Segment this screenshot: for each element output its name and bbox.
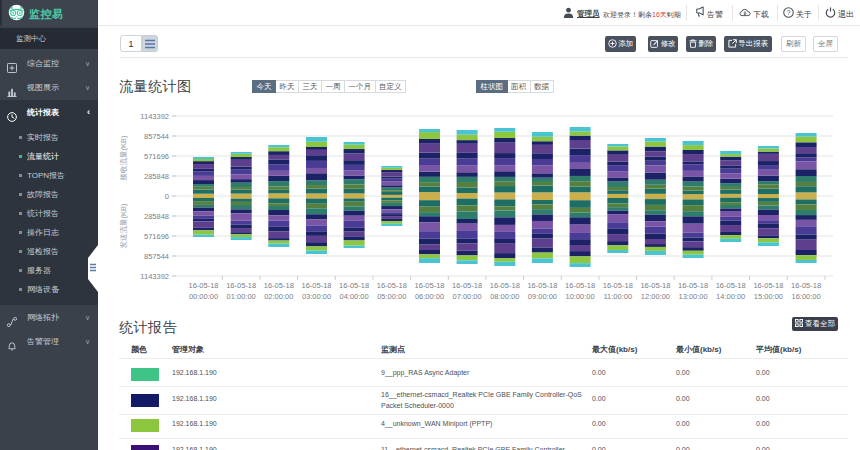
svg-text:00:00:00: 00:00:00 — [189, 292, 218, 301]
svg-text:857544: 857544 — [144, 252, 169, 261]
svg-text:14:00:00: 14:00:00 — [716, 292, 745, 301]
svg-text:16-05-18: 16-05-18 — [527, 281, 557, 290]
svg-text:16-05-18: 16-05-18 — [377, 281, 407, 290]
svg-text:16-05-18: 16-05-18 — [640, 281, 670, 290]
svg-text:16-05-18: 16-05-18 — [414, 281, 444, 290]
svg-text:16-05-18: 16-05-18 — [490, 281, 520, 290]
svg-text:08:00:00: 08:00:00 — [490, 292, 519, 301]
svg-text:16-05-18: 16-05-18 — [791, 281, 821, 290]
svg-text:?: ? — [786, 8, 790, 17]
svg-text:16-05-18: 16-05-18 — [565, 281, 595, 290]
svg-text:04:00:00: 04:00:00 — [339, 292, 368, 301]
svg-text:05:00:00: 05:00:00 — [377, 292, 406, 301]
svg-text:13:00:00: 13:00:00 — [678, 292, 707, 301]
svg-text:发送流量(KB): 发送流量(KB) — [119, 203, 128, 249]
svg-text:571696: 571696 — [144, 152, 169, 161]
svg-text:15:00:00: 15:00:00 — [754, 292, 783, 301]
svg-text:02:00:00: 02:00:00 — [264, 292, 293, 301]
svg-text:1143392: 1143392 — [140, 272, 169, 281]
svg-text:857544: 857544 — [144, 132, 169, 141]
svg-text:11:00:00: 11:00:00 — [603, 292, 632, 301]
svg-text:10:00:00: 10:00:00 — [565, 292, 594, 301]
svg-text:0: 0 — [165, 192, 169, 201]
svg-text:16-05-18: 16-05-18 — [716, 281, 746, 290]
svg-text:16:00:00: 16:00:00 — [791, 292, 820, 301]
svg-text:16-05-18: 16-05-18 — [753, 281, 783, 290]
svg-text:571696: 571696 — [144, 232, 169, 241]
svg-text:06:00:00: 06:00:00 — [415, 292, 444, 301]
svg-text:16-05-18: 16-05-18 — [188, 281, 218, 290]
svg-text:07:00:00: 07:00:00 — [452, 292, 481, 301]
svg-text:接收流量(KB): 接收流量(KB) — [119, 135, 128, 181]
svg-text:03:00:00: 03:00:00 — [302, 292, 331, 301]
svg-text:16-05-18: 16-05-18 — [226, 281, 256, 290]
svg-text:16-05-18: 16-05-18 — [264, 281, 294, 290]
svg-text:12:00:00: 12:00:00 — [641, 292, 670, 301]
svg-text:16-05-18: 16-05-18 — [678, 281, 708, 290]
svg-text:1143392: 1143392 — [140, 112, 169, 121]
svg-text:16-05-18: 16-05-18 — [603, 281, 633, 290]
svg-text:16-05-18: 16-05-18 — [452, 281, 482, 290]
svg-text:16-05-18: 16-05-18 — [339, 281, 369, 290]
svg-text:285848: 285848 — [144, 212, 169, 221]
svg-text:16-05-18: 16-05-18 — [301, 281, 331, 290]
svg-text:01:00:00: 01:00:00 — [227, 292, 256, 301]
svg-text:09:00:00: 09:00:00 — [528, 292, 557, 301]
svg-text:285848: 285848 — [144, 172, 169, 181]
